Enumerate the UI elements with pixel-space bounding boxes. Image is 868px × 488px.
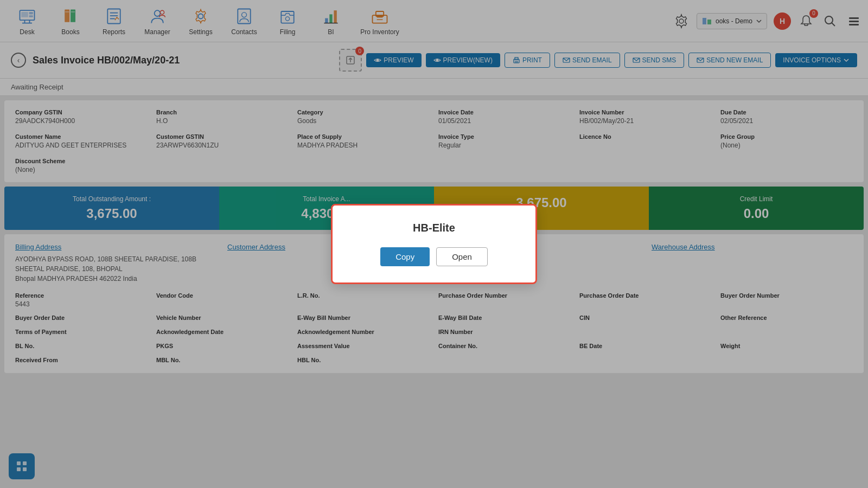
modal-copy-label: Copy [395, 252, 414, 261]
modal-box: HB-Elite Copy Open [331, 204, 537, 284]
modal-open-label: Open [452, 252, 472, 261]
modal-open-button[interactable]: Open [436, 247, 488, 266]
modal-buttons: Copy Open [380, 247, 488, 266]
modal-copy-button[interactable]: Copy [380, 247, 430, 266]
modal-title: HB-Elite [413, 222, 455, 234]
modal-overlay: HB-Elite Copy Open [0, 0, 868, 488]
